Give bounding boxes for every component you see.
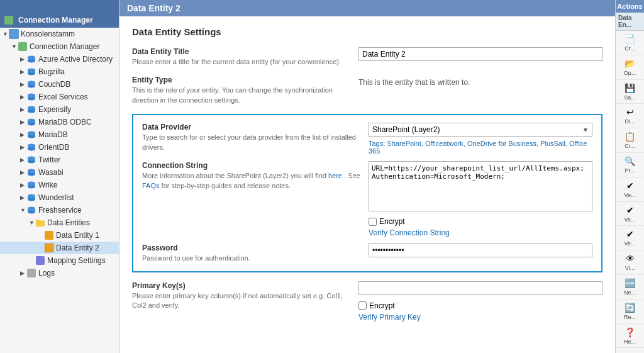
expand-arrow-data-entities[interactable]: ▼ [29, 220, 35, 226]
action-item-refresh[interactable]: 🔄Re... [616, 300, 644, 324]
main-content: Data Entity 2 Data Entity Settings Data … [119, 0, 615, 353]
icon-mapping-settings [35, 255, 45, 266]
sidebar: Connection Manager ▼Konsolenstamm▼Connec… [0, 0, 119, 353]
sidebar-item-konsolenstamm[interactable]: ▼Konsolenstamm [0, 28, 119, 40]
sidebar-item-couchdb[interactable]: ▶CouchDB [0, 78, 119, 91]
conn-string-encrypt-row: Encrypt [369, 217, 592, 226]
sidebar-item-wasabi[interactable]: ▶Wasabi [0, 166, 119, 179]
entity-type-label-col: Entity Type This is the role of your ent… [132, 76, 358, 105]
expand-arrow-excel-services[interactable]: ▶ [20, 94, 26, 100]
expand-arrow-expensify[interactable]: ▶ [20, 106, 26, 113]
sidebar-item-expensify[interactable]: ▶Expensify [0, 103, 119, 116]
conn-string-encrypt-checkbox[interactable] [369, 218, 377, 226]
action-item-new[interactable]: 🆕Ne... [616, 275, 644, 300]
action-label-view: Vi... [625, 265, 635, 272]
svg-rect-42 [45, 231, 53, 240]
content-area: Data Entity Settings Data Entity Title P… [119, 16, 615, 353]
action-item-create[interactable]: 📄Cr... [616, 31, 644, 55]
action-label-verify3: Ve... [624, 240, 635, 247]
sidebar-item-bugzilla[interactable]: ▶Bugzilla [0, 65, 119, 78]
sidebar-item-twitter[interactable]: ▶Twitter [0, 154, 119, 166]
sidebar-label-connection-manager: Connection Manager [30, 42, 99, 51]
action-item-save[interactable]: 💾Sa... [616, 80, 644, 104]
primary-key-input[interactable] [358, 281, 602, 295]
expand-arrow-freshservice[interactable]: ▼ [20, 207, 26, 213]
action-item-verify3[interactable]: ✔Ve... [616, 226, 644, 250]
conn-string-desc: More information about the SharePoint (L… [142, 171, 369, 191]
action-item-view[interactable]: 👁Vi... [616, 250, 644, 275]
sidebar-item-freshservice[interactable]: ▼Freshservice [0, 204, 119, 216]
svg-point-32 [28, 173, 35, 176]
action-item-verify1[interactable]: ✔Ve... [616, 177, 644, 202]
primary-key-encrypt-row: Encrypt [358, 301, 602, 310]
action-item-help[interactable]: ❓He... [616, 324, 644, 349]
conn-string-faqs-link[interactable]: FAQs [142, 182, 160, 189]
expand-arrow-wrike[interactable]: ▶ [20, 182, 26, 188]
sidebar-item-mariadb[interactable]: ▶MariaDB [0, 128, 119, 141]
action-icon-verify3: ✔ [625, 228, 636, 240]
expand-arrow-twitter[interactable]: ▶ [20, 157, 26, 163]
expand-arrow-bugzilla[interactable]: ▶ [20, 69, 26, 75]
action-label-help: He... [624, 339, 636, 345]
primary-key-desc: Please enter primary key column(s) if no… [132, 291, 358, 311]
sidebar-item-connection-manager[interactable]: ▼Connection Manager [0, 40, 119, 53]
icon-wrike [26, 180, 36, 190]
expand-arrow-logs[interactable]: ▶ [20, 270, 26, 276]
expand-arrow-wasabi[interactable]: ▶ [20, 169, 26, 176]
action-label-preview: Pr... [625, 167, 635, 174]
expand-arrow-mariadb[interactable]: ▶ [20, 132, 26, 138]
highlighted-section: Data Provider Type to search for or sele… [132, 114, 602, 272]
conn-string-textarea[interactable] [369, 161, 592, 211]
data-entity-title-input[interactable] [358, 47, 602, 61]
expand-arrow-couchdb[interactable]: ▶ [20, 81, 26, 87]
action-item-create2[interactable]: 📋Cr... [616, 128, 644, 153]
expand-arrow-connection-manager[interactable]: ▼ [11, 43, 18, 50]
svg-point-35 [28, 186, 35, 189]
sidebar-item-data-entity-2[interactable]: Data Entity 2 [0, 242, 119, 254]
sidebar-item-excel-services[interactable]: ▶Excel Services [0, 91, 119, 103]
action-label-save: Sa... [624, 94, 636, 101]
section-title: Data Entity Settings [132, 26, 602, 37]
sidebar-item-azure-ad[interactable]: ▶Azure Active Directory [0, 53, 119, 65]
expand-arrow-mariadb-odbc[interactable]: ▶ [20, 119, 26, 125]
icon-freshservice [26, 205, 36, 215]
icon-mariadb-odbc [26, 117, 36, 127]
expand-arrow-wunderlist[interactable]: ▶ [20, 194, 26, 201]
sidebar-item-mapping-settings[interactable]: Mapping Settings [0, 254, 119, 267]
icon-mariadb [26, 130, 36, 140]
actions-header: Actions [616, 0, 644, 13]
icon-connection-manager [18, 42, 28, 52]
action-item-open[interactable]: 📂Op... [616, 55, 644, 80]
sidebar-item-logs[interactable]: ▶Logs [0, 267, 119, 279]
primary-key-encrypt-checkbox[interactable] [358, 301, 367, 310]
primary-key-label-col: Primary Key(s) Please enter primary key … [132, 281, 358, 311]
data-provider-select[interactable]: SharePoint (Layer2)SQL ServerOracleMySQL… [369, 123, 592, 137]
sidebar-label-logs: Logs [38, 269, 55, 277]
sidebar-item-wunderlist[interactable]: ▶Wunderlist [0, 191, 119, 204]
conn-string-desc-suffix: for step-by-step guides and release note… [162, 182, 291, 189]
expand-arrow-konsolenstamm[interactable]: ▼ [3, 31, 9, 37]
sidebar-item-wrike[interactable]: ▶Wrike [0, 179, 119, 191]
icon-data-entity-2 [44, 243, 54, 253]
svg-point-29 [28, 160, 35, 164]
data-entity-title-label: Data Entity Title [132, 47, 358, 56]
svg-rect-44 [36, 256, 45, 265]
conn-string-here-link[interactable]: here [328, 172, 342, 179]
action-item-preview[interactable]: 🔍Pr... [616, 153, 644, 177]
conn-string-verify-link[interactable]: Verify Connection String [369, 228, 592, 237]
sidebar-label-data-entities: Data Entities [47, 218, 90, 227]
sidebar-item-orientdb[interactable]: ▶OrientDB [0, 141, 119, 154]
svg-point-14 [28, 98, 35, 101]
data-provider-select-wrapper: SharePoint (Layer2)SQL ServerOracleMySQL… [369, 123, 592, 137]
expand-arrow-orientdb[interactable]: ▶ [20, 144, 26, 150]
password-input[interactable] [369, 244, 592, 257]
sidebar-item-mariadb-odbc[interactable]: ▶MariaDB ODBC [0, 116, 119, 128]
sidebar-item-data-entity-1[interactable]: Data Entity 1 [0, 229, 119, 242]
sidebar-label-couchdb: CouchDB [38, 80, 70, 89]
expand-arrow-azure-ad[interactable]: ▶ [20, 56, 26, 62]
primary-key-verify-link[interactable]: Verify Primary Key [358, 313, 602, 322]
action-item-discard[interactable]: ↩Di... [616, 104, 644, 128]
sidebar-header-label: Connection Manager [18, 16, 93, 25]
action-item-verify2[interactable]: ✔Ve... [616, 202, 644, 227]
sidebar-item-data-entities[interactable]: ▼Data Entities [0, 216, 119, 229]
